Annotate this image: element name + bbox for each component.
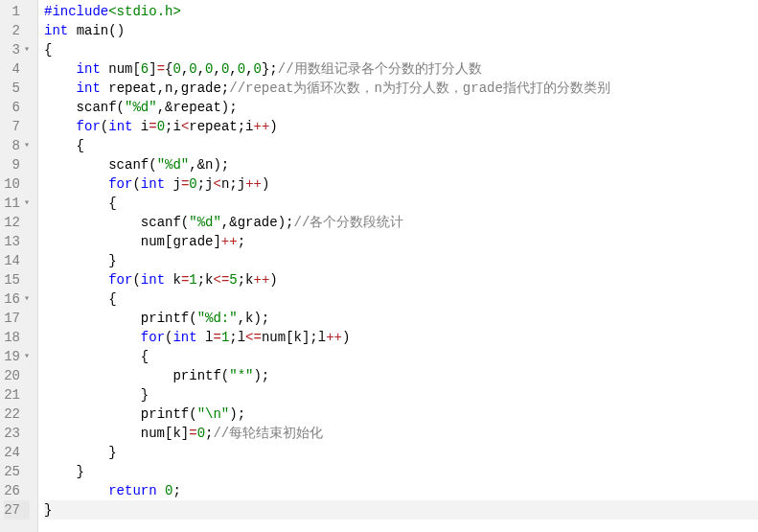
code-line[interactable]: }: [44, 462, 758, 481]
code-token: ;k: [238, 270, 254, 289]
line-number[interactable]: 11▾: [4, 194, 30, 213]
code-token: [44, 98, 77, 117]
code-token: scanf(: [77, 98, 125, 117]
code-line[interactable]: scanf("%d",&repeat);: [44, 98, 758, 117]
code-token: (): [108, 21, 125, 40]
code-token: int: [44, 21, 68, 40]
line-number[interactable]: 24: [4, 443, 30, 462]
code-line[interactable]: return 0;: [44, 481, 758, 500]
code-line[interactable]: int repeat,n,grade;//repeat为循环次数，n为打分人数，…: [44, 79, 758, 98]
code-token: }: [44, 251, 117, 270]
line-number[interactable]: 25: [4, 462, 30, 481]
code-token: =: [213, 328, 220, 347]
code-token: i: [132, 117, 149, 136]
line-number[interactable]: 13: [4, 232, 30, 251]
line-number[interactable]: 27: [4, 500, 30, 520]
code-token: num[k]: [44, 424, 189, 443]
code-line[interactable]: for(int l=1;l<=num[k];l++): [44, 328, 758, 347]
line-number[interactable]: 12: [4, 213, 30, 232]
code-token: ;: [172, 481, 180, 500]
code-line[interactable]: printf("%d:",k);: [44, 309, 758, 328]
code-line[interactable]: {: [44, 194, 758, 213]
line-number[interactable]: 15: [4, 270, 30, 289]
code-token: ++: [221, 232, 238, 251]
line-number[interactable]: 20: [4, 366, 30, 385]
code-token: 0: [189, 59, 196, 79]
fold-marker-icon[interactable]: ▾: [22, 194, 30, 213]
code-token: 0: [157, 117, 165, 136]
code-line[interactable]: printf("\n");: [44, 405, 758, 424]
code-line[interactable]: }: [44, 251, 758, 270]
fold-marker-icon[interactable]: ▾: [22, 40, 30, 59]
fold-marker-icon[interactable]: ▾: [22, 347, 30, 366]
code-line[interactable]: scanf("%d",&grade);//各个分数段统计: [44, 213, 758, 232]
code-token: ,k);: [238, 309, 270, 328]
code-line[interactable]: }: [44, 385, 758, 405]
code-token: k: [165, 270, 181, 289]
line-number[interactable]: 7: [4, 117, 30, 136]
code-line[interactable]: int num[6]={0,0,0,0,0,0};//用数组记录各个分数的打分人…: [44, 59, 758, 79]
line-number[interactable]: 2: [4, 21, 30, 40]
line-number[interactable]: 5: [4, 79, 30, 98]
code-token: "\n": [197, 405, 230, 424]
code-line[interactable]: for(int j=0;j<n;j++): [44, 174, 758, 194]
code-token: [44, 366, 172, 385]
code-token: ,: [214, 59, 221, 79]
line-number[interactable]: 4: [4, 59, 30, 79]
code-token: [44, 59, 77, 79]
line-number[interactable]: 16▾: [4, 289, 30, 309]
code-token: //各个分数段统计: [293, 213, 403, 232]
code-line[interactable]: }: [44, 500, 758, 520]
line-number[interactable]: 1: [4, 2, 30, 21]
line-number[interactable]: 18: [4, 328, 30, 347]
line-number[interactable]: 22: [4, 405, 30, 424]
code-token: {: [44, 194, 117, 213]
code-line[interactable]: printf("*");: [44, 366, 758, 385]
code-line[interactable]: num[k]=0;//每轮结束初始化: [44, 424, 758, 443]
code-line[interactable]: {: [44, 347, 758, 366]
line-number[interactable]: 21: [4, 385, 30, 405]
code-token: main: [77, 21, 109, 40]
line-number[interactable]: 3▾: [4, 40, 30, 59]
fold-marker-icon[interactable]: ▾: [22, 289, 30, 309]
code-line[interactable]: int main(): [44, 21, 758, 40]
line-number[interactable]: 10: [4, 174, 30, 194]
code-token: return: [108, 481, 156, 500]
code-line[interactable]: scanf("%d",&n);: [44, 155, 758, 174]
line-number[interactable]: 8▾: [4, 136, 30, 155]
code-line[interactable]: {: [44, 289, 758, 309]
code-token: <=: [214, 270, 230, 289]
code-token: //用数组记录各个分数的打分人数: [278, 59, 482, 79]
code-token: 1: [221, 328, 229, 347]
line-number[interactable]: 14: [4, 251, 30, 270]
code-token: ,: [229, 59, 237, 79]
code-line[interactable]: {: [44, 40, 758, 59]
code-token: (: [165, 328, 172, 347]
code-line[interactable]: #include<stdio.h>: [44, 2, 758, 21]
code-token: //每轮结束初始化: [213, 424, 323, 443]
code-token: ): [269, 117, 277, 136]
line-number-gutter: 123▾45678▾91011▾1213141516▾171819▾202122…: [0, 0, 38, 532]
code-token: for: [108, 270, 132, 289]
code-token: #include: [44, 2, 108, 21]
code-token: int: [77, 79, 101, 98]
line-number[interactable]: 19▾: [4, 347, 30, 366]
code-line[interactable]: for(int k=1;k<=5;k++): [44, 270, 758, 289]
code-line[interactable]: num[grade]++;: [44, 232, 758, 251]
code-token: =: [149, 117, 156, 136]
line-number[interactable]: 17: [4, 309, 30, 328]
code-token: 0: [205, 59, 213, 79]
code-line[interactable]: for(int i=0;i<repeat;i++): [44, 117, 758, 136]
code-token: num[grade]: [44, 232, 221, 251]
line-number[interactable]: 6: [4, 98, 30, 117]
code-line[interactable]: {: [44, 136, 758, 155]
line-number[interactable]: 23: [4, 424, 30, 443]
line-number[interactable]: 26: [4, 481, 30, 500]
line-number[interactable]: 9: [4, 155, 30, 174]
code-editor-area[interactable]: #include<stdio.h>int main(){ int num[6]=…: [38, 0, 758, 532]
code-token: int: [141, 270, 165, 289]
code-line[interactable]: }: [44, 443, 758, 462]
code-token: [44, 405, 141, 424]
code-token: );: [253, 366, 269, 385]
fold-marker-icon[interactable]: ▾: [22, 136, 30, 155]
